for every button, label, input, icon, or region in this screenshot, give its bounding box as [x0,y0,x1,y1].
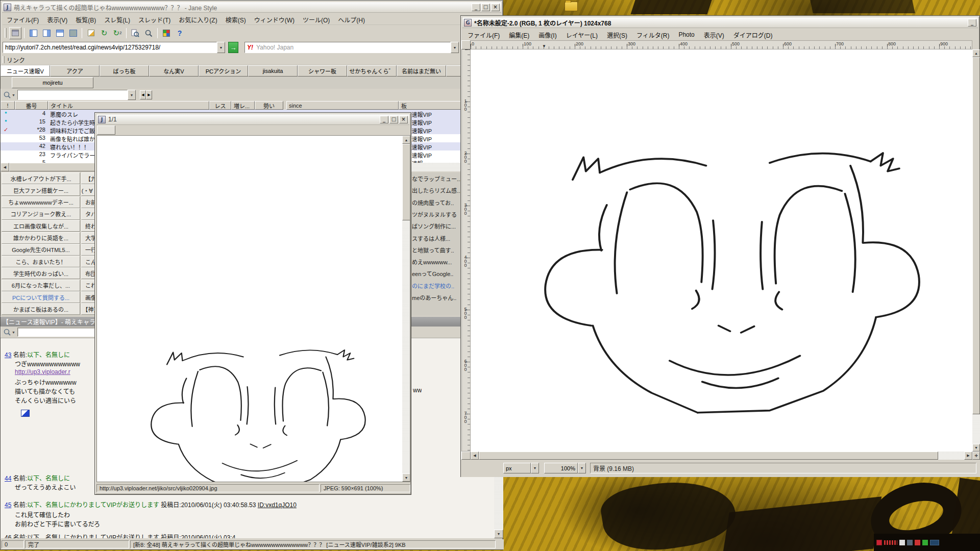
pane-collapse-right[interactable]: ▶ [146,90,152,99]
menu-item[interactable]: フィルタ(R) [632,29,674,40]
gimp-hscrollbar[interactable]: ◀ ▶ [471,452,972,460]
menu-item[interactable]: 検索(S) [222,14,250,25]
unit-dropdown[interactable]: ▼ [531,463,539,473]
reload-all-icon[interactable]: ↻2 [111,27,124,39]
board-grid-cell[interactable]: Google先生のHTML5... [2,244,80,256]
post-id[interactable]: ID:vxd1qJO10 [258,502,297,509]
menu-item[interactable]: Photo [674,29,699,40]
menu-item[interactable]: ファイル(F) [3,14,43,25]
board-tab[interactable]: ニュース速報V [1,65,50,77]
scroll-down-button[interactable]: ▼ [494,530,503,538]
post-number[interactable]: 43 [5,352,11,359]
zoom-dropdown[interactable]: ▼ [578,463,586,473]
column-header[interactable]: タイトル [48,101,209,110]
scroll-down-button[interactable]: ▼ [972,444,980,452]
search-dropdown-arrow[interactable]: ▼ [12,93,15,97]
viewer-tab-button[interactable] [97,126,115,135]
tray-icon[interactable] [876,540,882,545]
menu-item[interactable]: 表示(V) [699,29,729,40]
find-in-page-icon[interactable] [129,27,141,39]
reload-icon[interactable]: ↻ [98,27,110,39]
board-list-icon[interactable] [9,27,21,39]
url-go-button[interactable]: → [228,42,238,53]
pane-collapse-left[interactable]: ◀ [140,90,146,99]
board-grid-cell[interactable]: 誰かかわりに英語を... [2,232,80,244]
minimize-button[interactable]: _ [968,19,976,27]
scroll-left-button[interactable]: ◀ [471,452,479,460]
column-header[interactable]: since [286,101,399,110]
board-grid-cell[interactable]: 6月になった事だし、... [2,280,80,291]
board-grid-cell-fragment[interactable]: スするは人様... [412,234,461,244]
column-header[interactable]: 増レ... [231,101,255,110]
scroll-down-button[interactable]: ▼ [402,473,410,482]
thread-filter-dropdown[interactable]: ▼ [128,90,136,100]
zoom-select[interactable]: 100% [544,463,578,473]
layout-pane3-icon[interactable] [54,27,66,39]
menu-item[interactable]: ツール(O) [299,14,334,25]
board-grid-cell-fragment[interactable]: の焼肉屋ってお.. [412,198,461,209]
menu-item[interactable]: 選択(S) [602,29,632,40]
board-grid-cell-fragment[interactable]: のにまだ学校の.. [412,282,461,292]
column-header[interactable]: 勢い [255,101,283,110]
hscroll-thumb[interactable] [479,452,938,460]
image-thumbnail-icon[interactable] [21,410,30,417]
board-tab[interactable]: jisakuita [248,65,298,77]
search-icon[interactable] [142,27,155,39]
board-grid-cell[interactable]: コリアンジョーク教え... [2,208,80,220]
close-button[interactable]: × [399,116,408,123]
board-grid-cell[interactable]: ちょwwwwwwwwデネー... [2,196,80,208]
unit-select[interactable]: px [503,463,531,473]
board-grid-cell[interactable]: かまぼこ板はあるの... [2,303,80,315]
jane-title-bar[interactable]: J 萌えキャラって描くの超簡単じゃねwwwwwwwwwwww？？？ - Jane… [2,2,501,13]
search-dropdown-arrow[interactable]: ▼ [12,331,15,334]
minimize-button[interactable]: _ [472,4,480,11]
board-tab[interactable]: mojiretu [12,77,93,88]
maximize-button[interactable]: □ [481,4,490,11]
skin-settings-icon[interactable] [160,27,173,39]
menu-item[interactable]: 板覧(B) [71,14,100,25]
board-grid-cell[interactable]: 水槽レイアウトが下手... [2,172,80,184]
scroll-up-button[interactable]: ▲ [972,49,980,57]
quick-mask-button[interactable] [461,452,471,460]
board-tab[interactable]: アクア [50,65,100,77]
viewer-title-bar[interactable]: J 1/1 _ □ × [96,114,409,125]
close-button[interactable]: × [491,4,500,11]
desktop-folder-icon[interactable] [565,2,578,11]
board-tab[interactable]: PCアクション [199,65,248,77]
board-tab[interactable]: せかちゃんくら゛ [347,65,397,77]
menu-item[interactable]: お気に入り(Z) [175,14,221,25]
menu-item[interactable]: ウィンドウ(W) [250,14,299,25]
layout-pane1-icon[interactable] [27,27,39,39]
board-grid-cell-fragment[interactable]: 出したらリズム感... [412,186,461,196]
gimp-canvas[interactable] [471,49,972,452]
tray-icon[interactable] [884,540,897,545]
menu-item[interactable]: 表示(V) [43,14,71,25]
tray-icon[interactable] [915,540,920,545]
tray-icon[interactable] [930,540,939,545]
yahoo-dropdown-button[interactable]: ▼ [451,42,459,53]
menu-item[interactable]: スレ覧(L) [100,14,134,25]
menu-item[interactable]: 編集(E) [504,29,534,40]
board-tab[interactable]: シャワー板 [298,65,347,77]
toolbar-grip[interactable] [5,28,7,38]
links-grip[interactable] [3,56,5,63]
viewer-canvas[interactable]: ▲ ▼ [96,135,410,482]
column-header[interactable]: 番号 [15,101,48,110]
scroll-left-button[interactable]: ◀ [1,163,9,171]
gimp-title-bar[interactable]: G *名称未設定-2.0 (RGB, 1 枚のレイヤー) 1024x768 _ [462,17,978,28]
tray-icon[interactable] [922,540,928,545]
tray-icon[interactable] [899,540,905,545]
board-grid-cell-fragment[interactable]: と地獄って曲す.. [412,246,461,256]
board-grid-cell-fragment[interactable]: めえwwwwww... [412,258,461,268]
layout-pane2-icon[interactable] [40,27,53,39]
menu-item[interactable]: ファイル(F) [463,29,504,40]
board-grid-cell[interactable]: 巨大ファン搭載ケー... [2,184,80,196]
url-input[interactable]: http://yutori7.2ch.net/test/read.cgi/new… [3,42,217,53]
minimize-button[interactable]: _ [380,116,388,123]
column-header[interactable]: ! [1,101,15,110]
maximize-button[interactable]: □ [389,116,398,123]
board-grid-cell-fragment[interactable]: meのあーちゃん.. [412,293,461,304]
menu-item[interactable]: ダイアログ(D) [729,29,777,40]
board-tab[interactable]: 名前はまだ無い [397,65,446,77]
board-grid-cell-fragment[interactable]: eenってGoogle.. [412,269,461,280]
